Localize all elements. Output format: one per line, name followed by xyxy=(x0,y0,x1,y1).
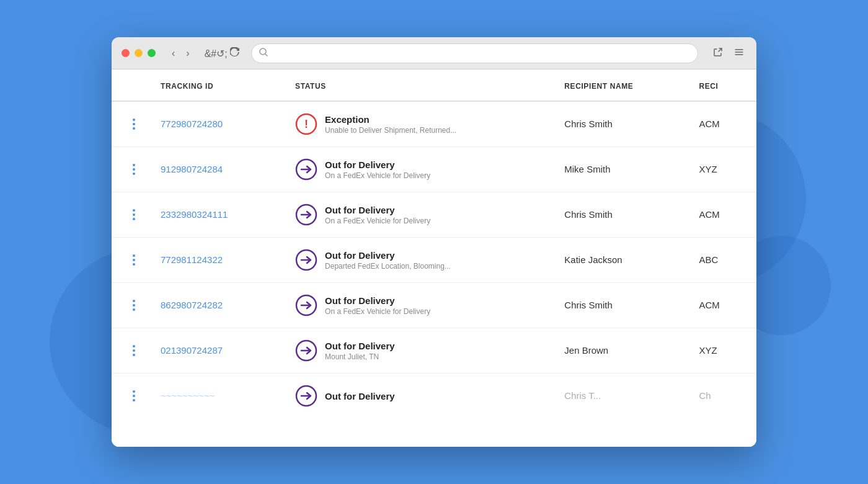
status-text: Out for Delivery Departed FedEx Location… xyxy=(325,250,451,271)
dot xyxy=(133,390,135,393)
url-input[interactable] xyxy=(273,48,690,58)
delivery-icon xyxy=(295,249,317,271)
delivery-icon xyxy=(295,339,317,362)
dot xyxy=(133,173,135,175)
tracking-table: TRACKING ID STATUS RECIPIENT NAME RECI 7… xyxy=(112,69,756,412)
table-row: 021390724287 Out for Delivery Mount Juli… xyxy=(112,328,756,374)
maximize-button[interactable] xyxy=(148,49,156,57)
dot xyxy=(133,308,135,311)
status-title: Out for Delivery xyxy=(325,341,395,351)
status-text: Out for Delivery On a FedEx Vehicle for … xyxy=(325,295,430,316)
recipient-name: Chris Smith xyxy=(564,119,613,129)
dot xyxy=(133,304,135,307)
table-header-row: TRACKING ID STATUS RECIPIENT NAME RECI xyxy=(112,69,756,101)
table-row: 2332980324111 Out for Delivery On a FedE… xyxy=(112,192,756,238)
tracking-id-link[interactable]: 772980724280 xyxy=(161,119,223,129)
tracking-id-link[interactable]: ~~~~~~~~~~ xyxy=(161,390,215,401)
status-cell: Out for Delivery On a FedEx Vehicle for … xyxy=(295,204,544,226)
table-row: 772981124322 Out for Delivery Departed F… xyxy=(112,238,756,283)
tracking-id-link[interactable]: 912980724284 xyxy=(161,164,223,174)
status-subtitle: On a FedEx Vehicle for Delivery xyxy=(325,307,430,316)
dot xyxy=(133,259,135,261)
table-row: 862980724282 Out for Delivery On a FedEx… xyxy=(112,283,756,328)
forward-button[interactable]: › xyxy=(182,45,193,61)
status-title: Exception xyxy=(325,114,456,125)
address-bar[interactable] xyxy=(251,43,698,63)
col-header-tracking-id: TRACKING ID xyxy=(151,69,285,101)
col-header-menu xyxy=(112,69,151,101)
recipient-code: ABC xyxy=(699,254,718,265)
dot xyxy=(133,254,135,257)
status-subtitle: On a FedEx Vehicle for Delivery xyxy=(325,217,430,225)
search-icon xyxy=(259,48,268,58)
status-text: Out for Delivery Mount Juliet, TN xyxy=(325,341,395,361)
minimize-button[interactable] xyxy=(135,49,143,57)
dot xyxy=(133,263,135,266)
dot xyxy=(133,354,135,356)
status-cell: Out for Delivery Departed FedEx Location… xyxy=(295,249,544,271)
dot xyxy=(133,349,135,352)
recipient-code: ACM xyxy=(699,119,719,129)
tracking-id-link[interactable]: 862980724282 xyxy=(161,300,223,310)
close-button[interactable] xyxy=(122,49,130,57)
traffic-lights xyxy=(122,49,156,57)
menu-icon[interactable] xyxy=(732,45,746,62)
delivery-icon xyxy=(295,204,317,226)
status-subtitle: Departed FedEx Location, Blooming... xyxy=(325,262,451,271)
recipient-code: XYZ xyxy=(699,345,717,356)
refresh-button[interactable]: &#↺; xyxy=(201,45,244,62)
row-menu-button[interactable] xyxy=(130,161,141,177)
back-button[interactable]: ‹ xyxy=(168,45,179,61)
dot xyxy=(133,168,135,171)
dot xyxy=(133,119,135,121)
table-row: 772980724280 ! Exception Unable to Deliv… xyxy=(112,101,756,147)
status-cell: ! Exception Unable to Deliver Shipment, … xyxy=(295,113,544,135)
recipient-name: Mike Smith xyxy=(564,164,610,174)
status-subtitle: Mount Juliet, TN xyxy=(325,352,395,361)
new-tab-icon[interactable] xyxy=(711,45,725,62)
dot xyxy=(133,127,135,130)
dot xyxy=(133,218,135,220)
delivery-icon xyxy=(295,158,317,181)
status-text: Out for Delivery On a FedEx Vehicle for … xyxy=(325,205,430,225)
recipient-code: ACM xyxy=(699,209,719,220)
row-menu-button[interactable] xyxy=(130,343,141,359)
col-header-status[interactable]: STATUS xyxy=(285,69,554,101)
row-menu-button[interactable] xyxy=(130,252,141,268)
status-cell: Out for Delivery Mount Juliet, TN xyxy=(295,339,544,362)
row-menu-button[interactable] xyxy=(130,388,141,404)
col-header-recipient-name: RECIPIENT NAME xyxy=(554,69,689,101)
recipient-name: Katie Jackson xyxy=(564,254,622,265)
recipient-name: Chris Smith xyxy=(564,209,613,220)
status-subtitle: On a FedEx Vehicle for Delivery xyxy=(325,171,430,180)
tracking-id-link[interactable]: 021390724287 xyxy=(161,345,223,356)
browser-content: TRACKING ID STATUS RECIPIENT NAME RECI 7… xyxy=(112,69,756,447)
recipient-code: ACM xyxy=(699,300,719,310)
tracking-id-link[interactable]: 772981124322 xyxy=(161,254,223,265)
status-title: Out for Delivery xyxy=(325,391,395,401)
delivery-icon xyxy=(295,294,317,316)
col-header-recipient-code: RECI xyxy=(689,69,756,101)
status-title: Out for Delivery xyxy=(325,295,430,306)
dot xyxy=(133,300,135,302)
recipient-name: Chris T... xyxy=(564,390,601,401)
exception-icon: ! xyxy=(295,113,317,135)
dot xyxy=(133,395,135,397)
delivery-icon xyxy=(295,385,317,407)
row-menu-button[interactable] xyxy=(130,297,141,313)
status-cell: Out for Delivery On a FedEx Vehicle for … xyxy=(295,158,544,181)
status-title: Out for Delivery xyxy=(325,205,430,215)
recipient-code: Ch xyxy=(699,390,711,401)
recipient-name: Chris Smith xyxy=(564,300,613,310)
row-menu-button[interactable] xyxy=(130,207,141,223)
svg-text:!: ! xyxy=(304,118,308,130)
status-text: Exception Unable to Deliver Shipment, Re… xyxy=(325,114,456,135)
dot xyxy=(133,213,135,216)
status-title: Out for Delivery xyxy=(325,159,430,170)
row-menu-button[interactable] xyxy=(130,116,141,132)
status-cell: Out for Delivery On a FedEx Vehicle for … xyxy=(295,294,544,316)
status-text: Out for Delivery xyxy=(325,391,395,401)
status-cell: Out for Delivery xyxy=(295,385,544,407)
svg-line-1 xyxy=(265,54,267,56)
tracking-id-link[interactable]: 2332980324111 xyxy=(161,209,228,220)
